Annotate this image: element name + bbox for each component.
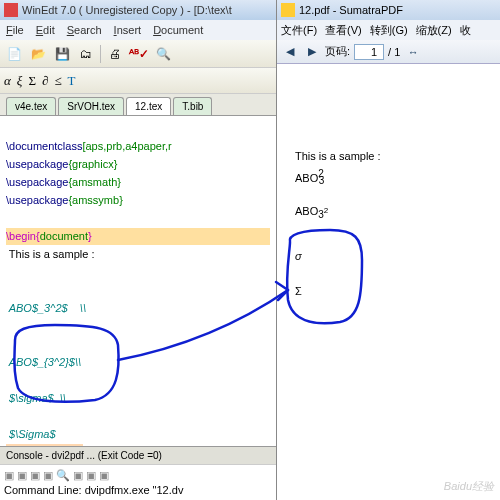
page-label: 页码: <box>325 44 350 59</box>
new-icon[interactable]: 📄 <box>4 44 24 64</box>
console-output: ▣ ▣ ▣ ▣ 🔍 ▣ ▣ ▣ Command Line: dvipdfmx.e… <box>0 464 276 500</box>
winedt-toolbar-1: 📄 📂 💾 🗂 🖨 ᴬᴮ✓ 🔍 <box>0 40 276 68</box>
page-input[interactable]: 1 <box>354 44 384 60</box>
menu-insert[interactable]: Insert <box>114 24 142 36</box>
menu-edit[interactable]: Edit <box>36 24 55 36</box>
tab-12tex[interactable]: 12.tex <box>126 97 171 115</box>
winedt-title: WinEdt 7.0 ( Unregistered Copy ) - [D:\t… <box>22 4 232 16</box>
prev-page-icon[interactable]: ◀ <box>281 43 299 61</box>
open-icon[interactable]: 📂 <box>28 44 48 64</box>
code-editor[interactable]: \documentclass[aps,prb,a4paper,r \usepac… <box>0 116 276 446</box>
winedt-toolbar-2: α ξ Σ ∂ ≤ T <box>0 68 276 94</box>
tab-v4e[interactable]: v4e.tex <box>6 97 56 115</box>
pdf-line3: ABO32 <box>295 203 482 223</box>
page-total: / 1 <box>388 46 400 58</box>
winedt-titlebar: WinEdt 7.0 ( Unregistered Copy ) - [D:\t… <box>0 0 276 20</box>
save-icon[interactable]: 💾 <box>52 44 72 64</box>
spellcheck-icon[interactable]: ᴬᴮ✓ <box>129 44 149 64</box>
next-page-icon[interactable]: ▶ <box>303 43 321 61</box>
pdf-sigma-uc: Σ <box>295 283 482 301</box>
pdf-line2: ABO23 <box>295 166 482 190</box>
winedt-menubar: File Edit Search Insert Document <box>0 20 276 40</box>
menu-fav-r[interactable]: 收 <box>460 23 471 38</box>
sigma-upper-icon[interactable]: Σ <box>28 73 36 89</box>
tab-tbib[interactable]: T.bib <box>173 97 212 115</box>
menu-goto-r[interactable]: 转到(G) <box>370 23 408 38</box>
menu-file[interactable]: File <box>6 24 24 36</box>
sumatra-title: 12.pdf - SumatraPDF <box>299 4 403 16</box>
winedt-icon <box>4 3 18 17</box>
save-all-icon[interactable]: 🗂 <box>76 44 96 64</box>
sumatra-window: 12.pdf - SumatraPDF 文件(F) 查看(V) 转到(G) 缩放… <box>277 0 500 500</box>
console-line: Command Line: dvipdfmx.exe "12.dv <box>4 484 272 496</box>
sumatra-titlebar: 12.pdf - SumatraPDF <box>277 0 500 20</box>
watermark: Baidu经验 <box>444 479 494 494</box>
menu-search[interactable]: Search <box>67 24 102 36</box>
print-icon[interactable]: 🖨 <box>105 44 125 64</box>
menu-file-r[interactable]: 文件(F) <box>281 23 317 38</box>
tab-srvoh[interactable]: SrVOH.tex <box>58 97 124 115</box>
fit-width-icon[interactable]: ↔ <box>404 43 422 61</box>
pdf-sigma-lc: σ <box>295 248 482 266</box>
winedt-window: WinEdt 7.0 ( Unregistered Copy ) - [D:\t… <box>0 0 277 500</box>
sumatra-menubar: 文件(F) 查看(V) 转到(G) 缩放(Z) 收 <box>277 20 500 40</box>
sumatra-icon <box>281 3 295 17</box>
menu-view-r[interactable]: 查看(V) <box>325 23 362 38</box>
xi-icon[interactable]: ξ <box>17 73 23 89</box>
pdf-view[interactable]: This is a sample : ABO23 ABO32 σ Σ <box>277 64 500 500</box>
sumatra-toolbar: ◀ ▶ 页码: 1 / 1 ↔ <box>277 40 500 64</box>
console-header[interactable]: Console - dvi2pdf ... (Exit Code =0) <box>0 446 276 464</box>
pdf-line1: This is a sample : <box>295 148 482 166</box>
console-toolbar: ▣ ▣ ▣ ▣ 🔍 ▣ ▣ ▣ <box>4 469 272 482</box>
find-icon[interactable]: 🔍 <box>153 44 173 64</box>
partial-icon[interactable]: ∂ <box>42 73 48 89</box>
menu-zoom-r[interactable]: 缩放(Z) <box>416 23 452 38</box>
menu-document[interactable]: Document <box>153 24 203 36</box>
leq-icon[interactable]: ≤ <box>54 73 61 89</box>
alpha-icon[interactable]: α <box>4 73 11 89</box>
editor-tabs: v4e.tex SrVOH.tex 12.tex T.bib <box>0 94 276 116</box>
tex-icon[interactable]: T <box>68 73 76 89</box>
